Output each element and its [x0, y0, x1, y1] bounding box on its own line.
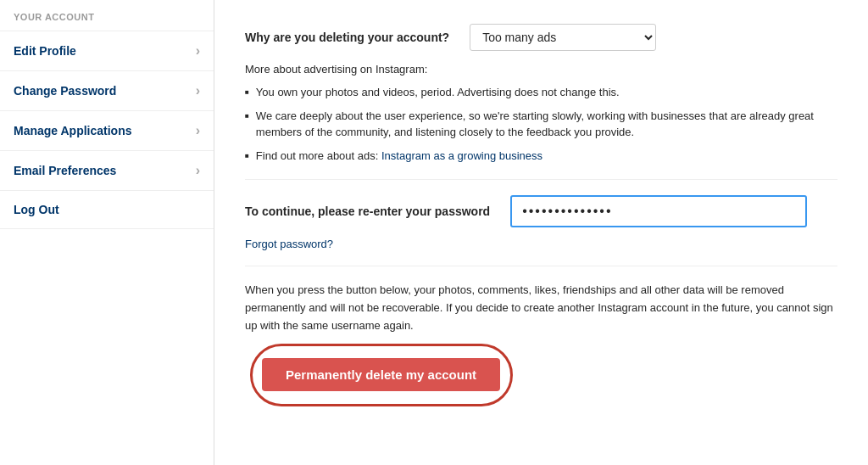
delete-reason-select[interactable]: Too many adsPrivacy concernsToo distract…	[470, 24, 656, 51]
sidebar-header: YOUR ACCOUNT	[0, 0, 214, 31]
sidebar-label-log-out: Log Out	[14, 203, 59, 216]
sidebar-item-email-preferences[interactable]: Email Preferences ›	[0, 151, 214, 191]
divider-2	[245, 266, 837, 266]
sidebar-item-manage-applications[interactable]: Manage Applications ›	[0, 111, 214, 151]
delete-button-wrapper: Permanently delete my account	[245, 358, 837, 391]
chevron-right-icon: ›	[196, 123, 200, 138]
password-label: To continue, please re-enter your passwo…	[245, 204, 490, 218]
bullet-text-2: We care deeply about the user experience…	[256, 108, 837, 141]
more-info-text: More about advertising on Instagram:	[245, 63, 837, 76]
chevron-right-icon: ›	[196, 43, 200, 59]
password-row: To continue, please re-enter your passwo…	[245, 195, 837, 227]
bullet-item-3: Find out more about ads: Instagram as a …	[245, 148, 837, 165]
sidebar-item-change-password[interactable]: Change Password ›	[0, 71, 214, 111]
bullet-text-1: You own your photos and videos, period. …	[256, 84, 620, 101]
delete-button-outer: Permanently delete my account	[262, 358, 500, 391]
sidebar-item-log-out[interactable]: Log Out	[0, 191, 214, 229]
sidebar-label-change-password: Change Password	[14, 84, 116, 98]
sidebar-label-edit-profile: Edit Profile	[14, 44, 76, 58]
forgot-password-link[interactable]: Forgot password?	[245, 238, 837, 250]
sidebar-label-manage-applications: Manage Applications	[14, 124, 132, 137]
bullet-item-2: We care deeply about the user experience…	[245, 108, 837, 141]
divider-1	[245, 179, 837, 180]
chevron-right-icon: ›	[196, 163, 200, 178]
main-content: Why are you deleting your account? Too m…	[214, 0, 868, 465]
warning-text: When you press the button below, your ph…	[245, 282, 837, 334]
instagram-growing-link[interactable]: Instagram as a growing business	[381, 149, 542, 162]
password-input[interactable]	[510, 195, 807, 227]
bullet-item-1: You own your photos and videos, period. …	[245, 84, 837, 101]
permanently-delete-button[interactable]: Permanently delete my account	[262, 358, 500, 391]
sidebar-item-edit-profile[interactable]: Edit Profile ›	[0, 31, 214, 71]
delete-reason-row: Why are you deleting your account? Too m…	[245, 24, 837, 51]
bullet-text-3: Find out more about ads: Instagram as a …	[256, 148, 542, 165]
delete-reason-label: Why are you deleting your account?	[245, 31, 449, 44]
sidebar: YOUR ACCOUNT Edit Profile › Change Passw…	[0, 0, 214, 465]
chevron-right-icon: ›	[196, 83, 200, 98]
sidebar-label-email-preferences: Email Preferences	[14, 164, 116, 177]
bullet-list: You own your photos and videos, period. …	[245, 84, 837, 164]
